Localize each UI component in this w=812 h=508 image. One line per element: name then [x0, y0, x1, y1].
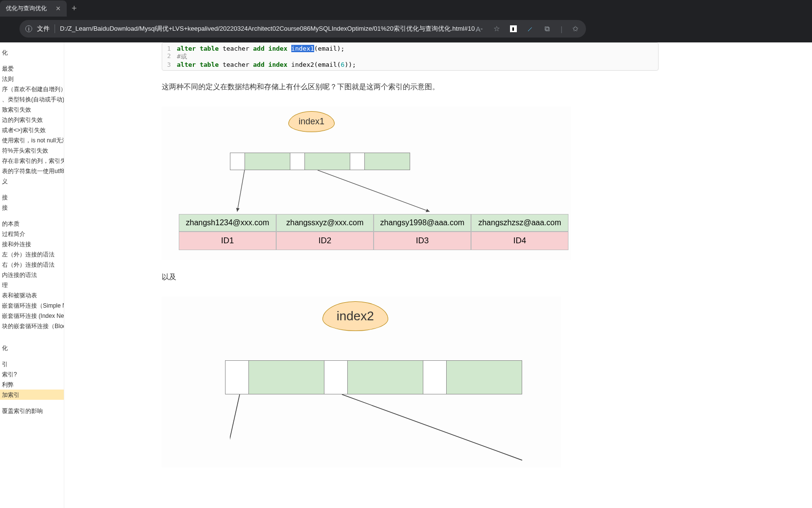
diagram-index1: index1 zhangsh1234@x — [162, 106, 571, 260]
browser-chrome: 优化与查询优化 ✕ + i 文件 D:/Z_Learn/BaiduDownloa… — [0, 0, 812, 42]
sidebar-item[interactable]: 存在非索引的列，索引失效 — [0, 156, 64, 166]
main-content: 1 alter table teacher add index index1(e… — [64, 42, 812, 508]
sidebar-item[interactable]: 理 — [0, 280, 64, 290]
sidebar-item[interactable]: 块的嵌套循环连接（Block Ne — [0, 321, 64, 331]
svg-line-0 — [237, 170, 245, 212]
sidebar-item[interactable]: 边的列索引失效 — [0, 115, 64, 125]
browser-tab[interactable]: 优化与查询优化 ✕ — [0, 0, 67, 17]
line-number: 3 — [167, 61, 177, 68]
sidebar-item[interactable]: 内连接的语法 — [0, 270, 64, 280]
sidebar-item[interactable]: 接 — [0, 192, 64, 202]
svg-line-1 — [318, 170, 430, 212]
url-source-label: 文件 — [37, 24, 55, 33]
index-page-blocks — [225, 360, 522, 394]
line-number: 1 — [167, 45, 177, 52]
sidebar-item[interactable]: 符%开头索引失效 — [0, 145, 64, 156]
table-header-cell: zhangssxyz@xxx.com — [276, 214, 374, 232]
sidebar-item[interactable]: 索引? — [0, 369, 64, 379]
sidebar-item[interactable]: 表和被驱动表 — [0, 290, 64, 300]
performance-icon[interactable]: ⟋ — [526, 24, 534, 33]
new-tab-button[interactable]: + — [67, 3, 82, 14]
line-number: 2 — [167, 52, 177, 61]
sidebar-item[interactable]: 嵌套循环连接 (Index Nested — [0, 311, 64, 321]
code-line: alter table teacher add index index2(ema… — [177, 61, 356, 68]
sidebar-item[interactable]: 表的字符集统一使用utf8mb4 — [0, 166, 64, 176]
sidebar-item[interactable]: 序（喜欢不创建自增列） — [0, 84, 64, 94]
sidebar-item[interactable]: 接和外连接 — [0, 239, 64, 249]
sidebar-item[interactable]: 化 — [0, 47, 64, 58]
sidebar-item[interactable]: 使用索引，is not null无法使 — [0, 135, 64, 145]
cloud-label: index1 — [288, 111, 335, 132]
code-line: alter table teacher add index index1(ema… — [177, 45, 344, 52]
sidebar-item[interactable]: 致索引失效 — [0, 104, 64, 115]
selected-text: index1 — [291, 45, 314, 52]
sidebar-item[interactable]: 法则 — [0, 74, 64, 84]
code-line: #或 — [177, 52, 187, 61]
info-icon[interactable]: i — [25, 25, 32, 32]
tab-bar: 优化与查询优化 ✕ + — [0, 0, 812, 17]
url-actions: A» ☆ ▮ ⟋ ⧉ | ✩ — [475, 24, 580, 33]
sidebar-item[interactable]: 嵌套循环连接（Simple Neste — [0, 300, 64, 311]
table-cell: ID3 — [374, 232, 471, 250]
data-table: zhangsh1234@xxx.comzhangssxyz@xxx.comzha… — [179, 214, 568, 250]
collections-icon[interactable]: ▮ — [510, 25, 517, 32]
arrow-lines — [230, 394, 571, 463]
url-path: D:/Z_Learn/BaiduDownload/Mysql调优+LVS+kee… — [60, 24, 475, 33]
favorites-bar-icon[interactable]: ✩ — [571, 24, 580, 33]
diagram-index2: index2 — [162, 296, 561, 468]
sidebar-item[interactable]: 加索引 — [0, 390, 64, 400]
sidebar-item[interactable]: 、类型转换(自动或手动)导致 — [0, 94, 64, 104]
favorite-icon[interactable]: ☆ — [492, 24, 501, 33]
sidebar-item[interactable]: 或者<>)索引失效 — [0, 125, 64, 135]
svg-line-2 — [230, 394, 240, 460]
paragraph: 以及 — [162, 273, 802, 282]
table-cell: ID4 — [471, 232, 568, 250]
table-cell: ID1 — [179, 232, 276, 250]
table-header-cell: zhangszhzsz@aaa.com — [471, 214, 568, 232]
sidebar-item[interactable]: 最爱 — [0, 63, 64, 74]
tab-title: 优化与查询优化 — [6, 4, 47, 13]
sidebar-item[interactable]: 左（外）连接的语法 — [0, 249, 64, 259]
table-header-cell: zhangsy1998@aaa.com — [374, 214, 471, 232]
code-block: 1 alter table teacher add index index1(e… — [162, 42, 659, 71]
sidebar-item[interactable]: 化 — [0, 343, 64, 353]
table-header-cell: zhangsh1234@xxx.com — [179, 214, 276, 232]
sidebar-item[interactable]: 右（外）连接的语法 — [0, 259, 64, 270]
paragraph: 这两种不同的定义在数据结构和存储上有什么区别呢？下图就是这两个索引的示意图。 — [162, 82, 802, 92]
table-cell: ID2 — [276, 232, 374, 250]
sidebar-item[interactable]: 接 — [0, 202, 64, 213]
sidebar-item[interactable]: 的本质 — [0, 218, 64, 229]
sidebar-item[interactable]: 引 — [0, 359, 64, 369]
cloud-label: index2 — [322, 301, 388, 331]
close-icon[interactable]: ✕ — [56, 5, 61, 12]
sidebar-item[interactable]: 过程简介 — [0, 229, 64, 239]
extensions-icon[interactable]: ⧉ — [543, 24, 552, 33]
sidebar-item[interactable]: 利弊 — [0, 379, 64, 390]
url-bar[interactable]: i 文件 D:/Z_Learn/BaiduDownload/Mysql调优+LV… — [19, 20, 586, 38]
index-page-blocks — [230, 153, 410, 170]
sidebar-item[interactable]: 义 — [0, 176, 64, 186]
read-aloud-icon[interactable]: A» — [475, 24, 484, 33]
sidebar-item[interactable]: 覆盖索引的影响 — [0, 406, 64, 416]
sidebar-toc: 化最爱法则序（喜欢不创建自增列）、类型转换(自动或手动)导致致索引失效边的列索引… — [0, 42, 64, 508]
svg-line-3 — [342, 394, 522, 460]
arrow-lines — [235, 170, 527, 216]
